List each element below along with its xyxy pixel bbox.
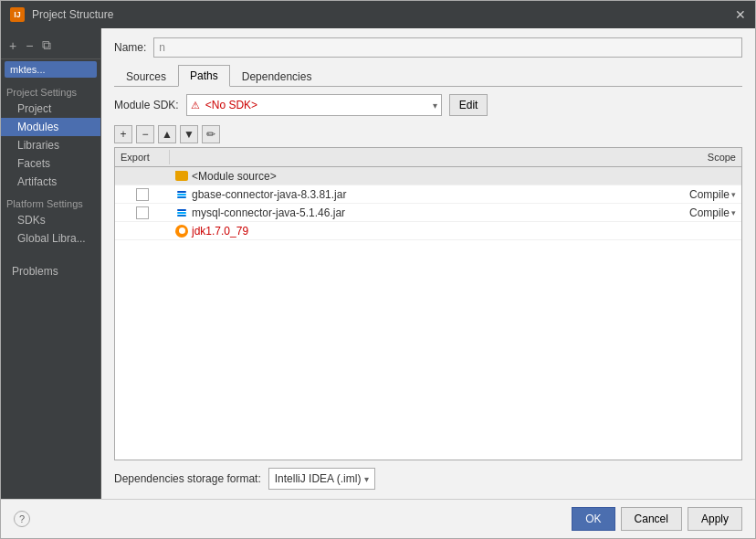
deps-table-header: Export Scope	[115, 148, 741, 167]
export-cell	[115, 230, 170, 232]
sidebar-toolbar: + − ⧉	[1, 32, 100, 59]
sdk-select[interactable]: ⚠ <No SDK> ▾	[186, 94, 442, 116]
sidebar-copy-button[interactable]: ⧉	[39, 36, 54, 55]
sidebar-item-problems[interactable]: Problems	[1, 262, 100, 280]
sidebar-item-global-libs[interactable]: Global Libra...	[1, 229, 100, 248]
storage-select-value: IntelliJ IDEA (.iml)	[275, 472, 362, 485]
help-button[interactable]: ?	[14, 511, 30, 527]
scope-dropdown[interactable]: Compile ▾	[689, 206, 736, 219]
scope-arrow: ▾	[731, 208, 736, 217]
project-settings-label: Project Settings	[1, 79, 100, 100]
sidebar-item-facets[interactable]: Facets	[1, 154, 100, 173]
right-panel: Name: Sources Paths Dependencies Module …	[101, 28, 755, 499]
sidebar-module-item[interactable]: mktes...	[5, 61, 97, 78]
cancel-button[interactable]: Cancel	[621, 507, 682, 531]
deps-edit-button[interactable]: ✏	[202, 125, 220, 143]
table-row: jdk1.7.0_79	[115, 222, 741, 240]
storage-label: Dependencies storage format:	[114, 472, 261, 485]
deps-table: Export Scope <Module source>	[114, 147, 742, 460]
scope-arrow: ▾	[731, 190, 736, 199]
name-label: Name:	[114, 41, 146, 54]
deps-move-down-button[interactable]: ▼	[180, 125, 198, 143]
scope-cell: Compile ▾	[650, 187, 741, 202]
name-input[interactable]	[153, 37, 742, 58]
export-cell	[115, 206, 170, 220]
sdk-dropdown-arrow: ▾	[433, 100, 437, 111]
titlebar: IJ Project Structure ✕	[1, 1, 755, 28]
deps-remove-button[interactable]: −	[136, 125, 154, 143]
name-cell: <Module source>	[170, 169, 650, 184]
export-cell	[115, 187, 170, 202]
export-column-header: Export	[115, 150, 170, 164]
app-icon: IJ	[10, 7, 25, 22]
name-cell: gbase-connector-java-8.3.81.jar	[170, 187, 650, 202]
tab-sources[interactable]: Sources	[114, 65, 178, 87]
deps-toolbar: + − ▲ ▼ ✏	[114, 125, 742, 143]
storage-dropdown-arrow: ▾	[364, 474, 369, 484]
ok-button[interactable]: OK	[572, 507, 614, 531]
tab-paths[interactable]: Paths	[178, 65, 230, 87]
apply-button[interactable]: Apply	[688, 507, 742, 531]
jar-icon	[175, 188, 188, 201]
table-row[interactable]: gbase-connector-java-8.3.81.jar Compile …	[115, 185, 741, 204]
name-column-header	[170, 150, 650, 164]
sdk-select-value: <No SDK>	[205, 99, 429, 111]
table-row: <Module source>	[115, 167, 741, 185]
sidebar-remove-button[interactable]: −	[23, 37, 36, 55]
sidebar-item-libraries[interactable]: Libraries	[1, 136, 100, 154]
sidebar-item-artifacts[interactable]: Artifacts	[1, 173, 100, 191]
dialog-title: Project Structure	[32, 8, 113, 21]
sidebar-add-button[interactable]: +	[6, 37, 19, 55]
export-checkbox[interactable]	[136, 206, 149, 219]
table-row[interactable]: mysql-connector-java-5.1.46.jar Compile …	[115, 204, 741, 222]
name-row: Name:	[114, 37, 742, 58]
deps-move-up-button[interactable]: ▲	[158, 125, 176, 143]
scope-cell: Compile ▾	[650, 206, 741, 220]
scope-cell	[650, 175, 741, 177]
project-structure-dialog: IJ Project Structure ✕ + − ⧉ mktes... Pr…	[0, 0, 756, 539]
storage-select[interactable]: IntelliJ IDEA (.iml) ▾	[268, 468, 376, 490]
name-cell: mysql-connector-java-5.1.46.jar	[170, 206, 650, 220]
sdk-row: Module SDK: ⚠ <No SDK> ▾ Edit	[114, 94, 742, 116]
scope-dropdown[interactable]: Compile ▾	[689, 188, 736, 201]
tab-dependencies[interactable]: Dependencies	[230, 65, 324, 87]
deps-add-button[interactable]: +	[114, 125, 132, 143]
tabs-row: Sources Paths Dependencies	[114, 65, 742, 87]
sidebar-item-sdks[interactable]: SDKs	[1, 211, 100, 229]
export-checkbox[interactable]	[136, 188, 149, 201]
close-button[interactable]: ✕	[735, 7, 746, 22]
sdk-edit-button[interactable]: Edit	[449, 94, 488, 116]
sidebar-item-project[interactable]: Project	[1, 100, 100, 118]
export-cell	[115, 175, 170, 177]
scope-cell	[650, 230, 741, 232]
name-cell: jdk1.7.0_79	[170, 224, 650, 238]
folder-icon	[175, 171, 188, 181]
jdk-icon	[175, 225, 188, 238]
storage-format-row: Dependencies storage format: IntelliJ ID…	[114, 468, 742, 490]
scope-column-header: Scope	[650, 150, 741, 164]
main-content: + − ⧉ mktes... Project Settings Project …	[1, 28, 755, 499]
jar-icon	[175, 206, 188, 219]
sidebar: + − ⧉ mktes... Project Settings Project …	[1, 28, 101, 499]
platform-settings-label: Platform Settings	[1, 191, 100, 211]
sdk-label: Module SDK:	[114, 99, 179, 111]
sidebar-item-modules[interactable]: Modules	[1, 118, 100, 136]
footer: ? OK Cancel Apply	[1, 499, 755, 538]
